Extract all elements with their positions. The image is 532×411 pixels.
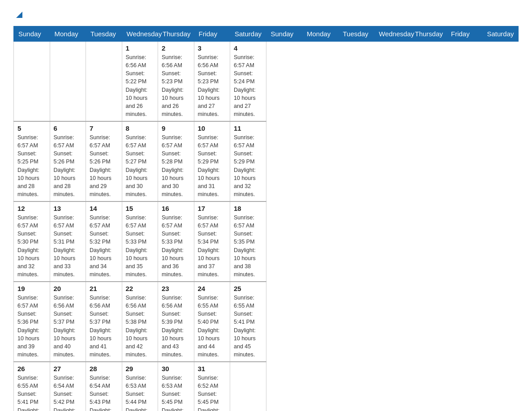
calendar-cell: 1Sunrise: 6:56 AM Sunset: 5:22 PM Daylig…	[122, 42, 158, 122]
day-number: 16	[162, 205, 190, 212]
day-number: 5	[17, 124, 46, 132]
header-tuesday: Tuesday	[338, 26, 374, 42]
logo-triangle-icon	[14, 10, 24, 20]
header-wednesday: Wednesday	[374, 26, 411, 42]
calendar-cell: 22Sunrise: 6:56 AM Sunset: 5:38 PM Dayli…	[122, 282, 158, 362]
day-number: 21	[90, 285, 118, 292]
calendar-cell: 9Sunrise: 6:57 AM Sunset: 5:28 PM Daylig…	[158, 121, 194, 201]
day-number: 9	[162, 124, 190, 132]
day-number: 15	[126, 205, 154, 212]
header-day-tuesday: Tuesday	[86, 26, 122, 42]
day-number: 8	[126, 124, 154, 132]
header-friday: Friday	[446, 26, 483, 42]
day-info: Sunrise: 6:56 AM Sunset: 5:23 PM Dayligh…	[162, 53, 190, 118]
logo	[13, 9, 24, 18]
header-day-saturday: Saturday	[230, 26, 266, 42]
header-monday: Monday	[302, 26, 339, 42]
header-day-friday: Friday	[194, 26, 230, 42]
day-number: 11	[234, 124, 262, 132]
day-info: Sunrise: 6:57 AM Sunset: 5:33 PM Dayligh…	[162, 214, 190, 278]
day-info: Sunrise: 6:57 AM Sunset: 5:24 PM Dayligh…	[234, 53, 262, 118]
day-number: 12	[17, 205, 46, 212]
day-info: Sunrise: 6:57 AM Sunset: 5:30 PM Dayligh…	[17, 214, 46, 278]
day-number: 19	[17, 285, 46, 292]
day-number: 17	[198, 205, 227, 212]
day-info: Sunrise: 6:52 AM Sunset: 5:45 PM Dayligh…	[198, 374, 227, 411]
calendar-cell: 10Sunrise: 6:57 AM Sunset: 5:29 PM Dayli…	[194, 121, 230, 201]
calendar-cell: 27Sunrise: 6:54 AM Sunset: 5:42 PM Dayli…	[50, 362, 86, 411]
day-info: Sunrise: 6:57 AM Sunset: 5:29 PM Dayligh…	[198, 133, 227, 198]
day-number: 29	[126, 365, 154, 372]
calendar-cell	[50, 42, 86, 122]
day-info: Sunrise: 6:56 AM Sunset: 5:39 PM Dayligh…	[162, 294, 190, 359]
calendar-week-row: 5Sunrise: 6:57 AM Sunset: 5:25 PM Daylig…	[14, 121, 519, 201]
calendar-cell: 12Sunrise: 6:57 AM Sunset: 5:30 PM Dayli…	[14, 201, 50, 282]
calendar-cell: 31Sunrise: 6:52 AM Sunset: 5:45 PM Dayli…	[194, 362, 230, 411]
day-number: 6	[54, 124, 82, 132]
day-number: 22	[126, 285, 154, 292]
calendar-cell: 26Sunrise: 6:55 AM Sunset: 5:41 PM Dayli…	[14, 362, 50, 411]
day-info: Sunrise: 6:56 AM Sunset: 5:23 PM Dayligh…	[198, 53, 227, 118]
day-number: 2	[162, 44, 190, 52]
day-number: 23	[162, 285, 190, 292]
header-day-thursday: Thursday	[158, 26, 194, 42]
day-number: 13	[54, 205, 82, 212]
calendar-cell: 4Sunrise: 6:57 AM Sunset: 5:24 PM Daylig…	[230, 42, 266, 122]
header-saturday: Saturday	[482, 26, 519, 42]
day-info: Sunrise: 6:57 AM Sunset: 5:26 PM Dayligh…	[90, 133, 118, 198]
day-info: Sunrise: 6:56 AM Sunset: 5:37 PM Dayligh…	[90, 294, 118, 359]
calendar-cell: 3Sunrise: 6:56 AM Sunset: 5:23 PM Daylig…	[194, 42, 230, 122]
calendar-week-row: 12Sunrise: 6:57 AM Sunset: 5:30 PM Dayli…	[14, 201, 519, 282]
day-number: 18	[234, 205, 262, 212]
day-info: Sunrise: 6:54 AM Sunset: 5:42 PM Dayligh…	[54, 374, 82, 411]
day-number: 24	[198, 285, 227, 292]
day-number: 31	[198, 365, 227, 372]
calendar-week-row: 26Sunrise: 6:55 AM Sunset: 5:41 PM Dayli…	[14, 362, 519, 411]
header-day-monday: Monday	[50, 26, 86, 42]
day-info: Sunrise: 6:57 AM Sunset: 5:31 PM Dayligh…	[54, 214, 82, 278]
header-day-sunday: Sunday	[14, 26, 50, 42]
calendar-cell: 16Sunrise: 6:57 AM Sunset: 5:33 PM Dayli…	[158, 201, 194, 282]
calendar-cell: 21Sunrise: 6:56 AM Sunset: 5:37 PM Dayli…	[86, 282, 122, 362]
calendar-cell: 7Sunrise: 6:57 AM Sunset: 5:26 PM Daylig…	[86, 121, 122, 201]
calendar-cell: 11Sunrise: 6:57 AM Sunset: 5:29 PM Dayli…	[230, 121, 266, 201]
header-day-wednesday: Wednesday	[122, 26, 158, 42]
day-number: 1	[126, 44, 154, 52]
calendar-cell: 28Sunrise: 6:54 AM Sunset: 5:43 PM Dayli…	[86, 362, 122, 411]
calendar-table: SundayMondayTuesdayWednesdayThursdayFrid…	[13, 26, 519, 411]
calendar-cell: 29Sunrise: 6:53 AM Sunset: 5:44 PM Dayli…	[122, 362, 158, 411]
day-info: Sunrise: 6:57 AM Sunset: 5:29 PM Dayligh…	[234, 133, 262, 198]
calendar-cell: 18Sunrise: 6:57 AM Sunset: 5:35 PM Dayli…	[230, 201, 266, 282]
calendar-cell	[230, 362, 266, 411]
calendar-cell	[14, 42, 50, 122]
calendar-week-row: 1Sunrise: 6:56 AM Sunset: 5:22 PM Daylig…	[14, 42, 519, 122]
calendar-cell: 17Sunrise: 6:57 AM Sunset: 5:34 PM Dayli…	[194, 201, 230, 282]
day-number: 20	[54, 285, 82, 292]
calendar-cell: 24Sunrise: 6:55 AM Sunset: 5:40 PM Dayli…	[194, 282, 230, 362]
day-info: Sunrise: 6:53 AM Sunset: 5:45 PM Dayligh…	[162, 374, 190, 411]
day-number: 3	[198, 44, 227, 52]
calendar-cell	[86, 42, 122, 122]
calendar-cell: 15Sunrise: 6:57 AM Sunset: 5:33 PM Dayli…	[122, 201, 158, 282]
day-info: Sunrise: 6:57 AM Sunset: 5:27 PM Dayligh…	[126, 133, 154, 198]
day-info: Sunrise: 6:57 AM Sunset: 5:35 PM Dayligh…	[234, 214, 262, 278]
day-info: Sunrise: 6:57 AM Sunset: 5:26 PM Dayligh…	[54, 133, 82, 198]
page-header	[13, 9, 519, 18]
day-info: Sunrise: 6:57 AM Sunset: 5:34 PM Dayligh…	[198, 214, 227, 278]
day-info: Sunrise: 6:56 AM Sunset: 5:38 PM Dayligh…	[126, 294, 154, 359]
day-number: 25	[234, 285, 262, 292]
day-number: 7	[90, 124, 118, 132]
day-info: Sunrise: 6:55 AM Sunset: 5:40 PM Dayligh…	[198, 294, 227, 359]
calendar-cell: 19Sunrise: 6:57 AM Sunset: 5:36 PM Dayli…	[14, 282, 50, 362]
day-info: Sunrise: 6:57 AM Sunset: 5:32 PM Dayligh…	[90, 214, 118, 278]
calendar-cell: 8Sunrise: 6:57 AM Sunset: 5:27 PM Daylig…	[122, 121, 158, 201]
day-info: Sunrise: 6:57 AM Sunset: 5:25 PM Dayligh…	[17, 133, 46, 198]
day-number: 4	[234, 44, 262, 52]
calendar-cell: 14Sunrise: 6:57 AM Sunset: 5:32 PM Dayli…	[86, 201, 122, 282]
day-number: 14	[90, 205, 118, 212]
calendar-cell: 30Sunrise: 6:53 AM Sunset: 5:45 PM Dayli…	[158, 362, 194, 411]
day-number: 30	[162, 365, 190, 372]
day-info: Sunrise: 6:57 AM Sunset: 5:36 PM Dayligh…	[17, 294, 46, 359]
header-thursday: Thursday	[410, 26, 446, 42]
day-info: Sunrise: 6:57 AM Sunset: 5:28 PM Dayligh…	[162, 133, 190, 198]
